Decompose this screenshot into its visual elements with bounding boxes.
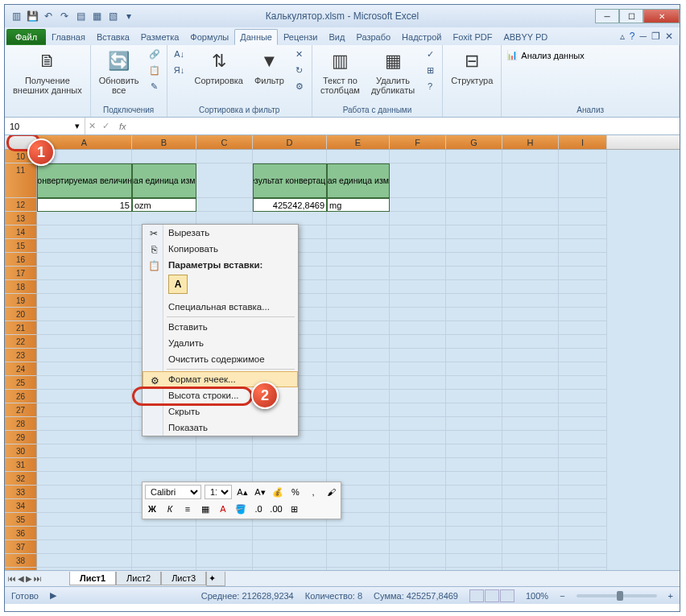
cell[interactable] [327,554,390,568]
row-header[interactable]: 23 [5,349,37,362]
redo-icon[interactable]: ↷ [58,10,71,23]
cell[interactable] [390,280,446,294]
cell[interactable] [502,198,559,212]
cell[interactable] [446,239,502,253]
cell[interactable] [327,362,390,376]
row-header[interactable]: 16 [5,253,37,267]
sort-button[interactable]: ⇅ Сортировка [192,47,246,87]
cell[interactable] [327,444,390,458]
cell[interactable] [559,444,607,458]
cell[interactable] [390,225,446,239]
cell[interactable] [446,362,502,376]
cell[interactable] [502,499,559,513]
row-header[interactable]: 20 [5,308,37,321]
cell[interactable] [502,294,559,308]
qat-dropdown-icon[interactable]: ▾ [122,10,135,23]
cell[interactable]: Конвертируемая величина [37,163,132,198]
cell[interactable] [37,554,132,568]
cell[interactable] [502,150,559,163]
cell[interactable] [37,376,132,390]
remove-duplicates-button[interactable]: ▦ Удалить дубликаты [368,47,418,97]
macro-icon[interactable]: ▶ [50,590,56,601]
row-header[interactable]: 35 [5,513,37,527]
cell[interactable] [327,527,390,540]
worksheet-grid[interactable]: A B C D E F G H I 1011121314151617181920… [5,135,680,570]
validation-icon[interactable]: ✓ [423,47,437,61]
cell[interactable] [559,267,607,280]
tab-review[interactable]: Рецензи [278,29,324,45]
money-icon[interactable]: 💰 [271,485,285,499]
row-header[interactable]: 21 [5,321,37,335]
cell[interactable] [559,163,607,198]
cell[interactable] [446,280,502,294]
cell[interactable] [327,150,390,163]
tab-layout[interactable]: Разметка [135,29,185,45]
properties-icon[interactable]: 📋 [147,63,162,77]
cell[interactable] [502,376,559,390]
cell[interactable] [196,554,253,568]
cell[interactable] [37,308,132,321]
cell[interactable] [502,321,559,335]
cell[interactable] [37,499,132,513]
cell[interactable] [390,198,446,212]
cell[interactable] [446,163,502,198]
col-header[interactable]: F [390,135,446,149]
cell[interactable] [196,540,253,554]
border-icon[interactable]: ▦ [198,502,213,516]
cell[interactable] [327,267,390,280]
cell[interactable] [446,349,502,362]
cell[interactable] [502,362,559,376]
cell[interactable] [559,376,607,390]
cell[interactable]: 425242,8469 [253,198,327,212]
cell[interactable] [446,321,502,335]
cell[interactable] [327,376,390,390]
cell[interactable] [559,239,607,253]
cell[interactable] [196,163,253,198]
cell[interactable] [196,150,253,163]
filter-button[interactable]: ▼ Фильтр [251,47,287,87]
cell[interactable] [390,376,446,390]
cell[interactable] [559,150,607,163]
row-header[interactable]: 30 [5,444,37,458]
cell[interactable] [559,431,607,444]
first-sheet-icon[interactable]: ⏮ [8,574,16,583]
cell[interactable] [37,267,132,280]
qat-icon[interactable]: ▤ [74,10,87,23]
clear-filter-icon[interactable]: ✕ [292,47,307,61]
tab-view[interactable]: Вид [324,29,351,45]
cell[interactable] [446,417,502,431]
cell[interactable] [132,444,196,458]
cell[interactable] [37,527,132,540]
cell[interactable] [446,554,502,568]
cell[interactable] [390,267,446,280]
cell[interactable] [390,513,446,527]
cancel-icon[interactable]: ✕ [85,121,99,131]
cell[interactable] [446,458,502,472]
data-analysis-button[interactable]: 📊 Анализ данных [506,47,584,60]
tab-formulas[interactable]: Формулы [184,29,234,45]
ribbon-min-icon[interactable]: ▵ [620,31,625,42]
cell[interactable] [132,554,196,568]
cell[interactable] [327,458,390,472]
cell[interactable] [390,431,446,444]
font-select[interactable]: Calibri [145,485,201,499]
cell[interactable] [327,335,390,349]
row-header[interactable]: 12 [5,198,37,212]
format-painter-icon[interactable]: 🖌 [324,485,338,499]
cell[interactable] [559,499,607,513]
cell[interactable] [446,150,502,163]
cell[interactable] [132,150,196,163]
cell[interactable] [327,308,390,321]
sort-asc-icon[interactable]: A↓ [172,47,187,61]
cell[interactable]: mg [327,198,390,212]
cell[interactable] [37,225,132,239]
row-header[interactable]: 29 [5,431,37,444]
cell[interactable] [390,150,446,163]
edit-links-icon[interactable]: ✎ [147,79,162,93]
page-layout-button[interactable] [485,589,499,602]
cell[interactable] [502,486,559,499]
cell[interactable] [390,163,446,198]
cell[interactable] [502,431,559,444]
cell[interactable] [446,308,502,321]
row-header[interactable]: 22 [5,335,37,349]
